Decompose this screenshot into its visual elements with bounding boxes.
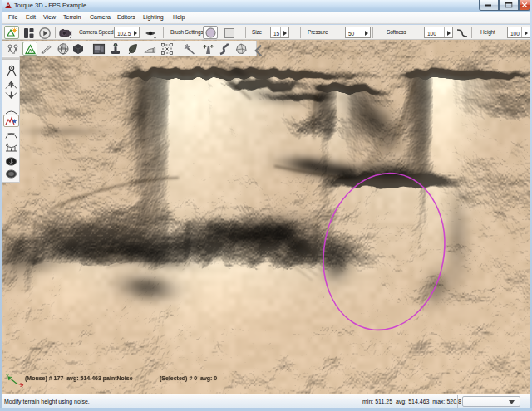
svg-text:V: V <box>6 373 9 378</box>
